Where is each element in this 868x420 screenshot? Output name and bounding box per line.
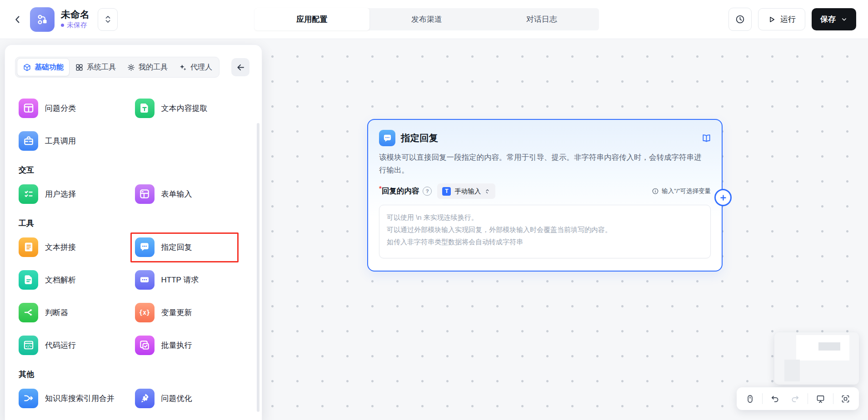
svg-text:{x}: {x}	[139, 309, 150, 316]
mouse-mode-button[interactable]	[743, 391, 757, 406]
fit-view-button[interactable]	[838, 391, 853, 406]
node-title: 指定回复	[401, 132, 696, 144]
undo-icon	[770, 394, 780, 404]
palette-grid: 知识库搜索引用合并问题优化	[19, 387, 249, 410]
palette-tab-my-tools[interactable]: 我的工具	[121, 59, 173, 76]
minimap[interactable]	[774, 332, 859, 385]
tab-label: 对话日志	[526, 14, 557, 25]
palette-item[interactable]: 文本拼接	[19, 236, 133, 258]
field-label: 回复的内容	[382, 186, 419, 196]
reply-icon	[135, 237, 155, 257]
top-bar: 未命名 未保存 应用配置 发布渠道 对话日志 运行 保存	[0, 0, 868, 39]
clock-icon	[735, 14, 745, 25]
palette-item-label: 变量更新	[161, 307, 192, 318]
back-button[interactable]	[12, 13, 24, 26]
palette-item[interactable]: HTTP 请求	[135, 268, 249, 291]
cube-icon	[23, 63, 31, 72]
node-reply-card[interactable]: 指定回复 该模块可以直接回复一段指定的内容。常用于引导、提示。非字符串内容传入时…	[367, 119, 723, 272]
toolbox-icon	[19, 131, 38, 151]
app-identity: 未命名 未保存	[12, 0, 118, 39]
gear-icon	[127, 63, 135, 72]
save-button[interactable]: 保存	[812, 8, 856, 30]
app-title: 未命名	[61, 9, 90, 20]
palette-tab-system-tools[interactable]: 系统工具	[70, 59, 121, 76]
presentation-button[interactable]	[813, 391, 828, 406]
palette-tab-label: 我的工具	[139, 63, 168, 72]
palette-item-label: 批量执行	[161, 340, 192, 351]
palette-item[interactable]: 指定回复	[135, 236, 249, 258]
palette-item-label: 问题优化	[161, 393, 192, 404]
palette-item[interactable]: 知识库搜索引用合并	[19, 387, 133, 410]
up-down-chevrons-icon	[484, 188, 490, 195]
chat-icon	[379, 130, 395, 146]
toolbar-divider	[808, 393, 808, 404]
run-label: 运行	[780, 14, 796, 25]
mouse-icon	[745, 394, 755, 404]
palette-item-label: 表单输入	[161, 189, 192, 199]
palette-item[interactable]: 文档解析	[19, 268, 133, 291]
history-button[interactable]	[728, 8, 752, 31]
node-description: 该模块可以直接回复一段指定的内容。常用于引导、提示。非字符串内容传入时，会转成字…	[379, 151, 705, 176]
version-selector-button[interactable]	[98, 8, 118, 31]
undo-button[interactable]	[768, 391, 783, 406]
kb-merge-icon	[19, 389, 38, 408]
chevron-left-icon	[13, 15, 23, 25]
tab-publish-channels[interactable]: 发布渠道	[369, 8, 484, 30]
scrollbar[interactable]	[257, 123, 259, 412]
input-mode-label: 手动输入	[454, 187, 481, 196]
palette-item[interactable]: 问题分类	[19, 97, 133, 119]
text-extract-icon	[135, 99, 155, 118]
minimap-panel-rect	[784, 360, 800, 381]
book-icon[interactable]	[701, 133, 712, 143]
palette-tab-label: 系统工具	[87, 63, 116, 72]
arrow-left-icon	[236, 63, 245, 72]
question-circle-icon[interactable]: ?	[423, 187, 432, 196]
chevron-down-icon	[841, 16, 848, 23]
toolbar-divider	[762, 393, 763, 404]
plus-circle-icon[interactable]	[714, 189, 732, 206]
user-select-icon	[19, 184, 38, 204]
http-icon	[135, 270, 155, 290]
tab-label: 应用配置	[296, 14, 327, 25]
palette-item[interactable]: 文本内容提取	[135, 97, 249, 119]
app-logo	[30, 7, 55, 32]
palette-item-label: 文档解析	[45, 275, 76, 285]
doc-parse-icon	[19, 270, 38, 290]
palette-item-label: 文本拼接	[45, 242, 76, 252]
palette-item[interactable]: 工具调用	[19, 129, 133, 152]
palette-tab-basic[interactable]: 基础功能	[17, 58, 70, 76]
collapse-panel-button[interactable]	[231, 58, 249, 76]
workflow-logo-icon	[35, 13, 49, 26]
palette-item[interactable]: 判断器	[19, 301, 133, 324]
palette-item[interactable]: 表单输入	[135, 183, 249, 205]
palette-item[interactable]: 用户选择	[19, 183, 133, 205]
tab-label: 发布渠道	[411, 14, 442, 25]
status-text: 未保存	[67, 21, 87, 30]
palette-tab-agents[interactable]: 代理人	[173, 59, 218, 76]
input-mode-select[interactable]: T 手动输入	[437, 183, 495, 199]
palette-grid: 问题分类文本内容提取工具调用	[19, 97, 249, 152]
palette-item[interactable]: 问题优化	[135, 387, 249, 410]
run-button[interactable]: 运行	[758, 8, 805, 30]
tab-chat-logs[interactable]: 对话日志	[484, 8, 599, 30]
header-actions: 运行 保存	[728, 8, 856, 30]
palette-item[interactable]: </>代码运行	[19, 334, 133, 356]
palette-tab-label: 代理人	[190, 63, 212, 72]
form-input-icon	[135, 184, 155, 204]
palette-item-label: 指定回复	[161, 242, 192, 252]
palette-item[interactable]: 批量执行	[135, 334, 249, 356]
minimap-node-rect	[818, 342, 840, 351]
reply-content-textarea[interactable]	[379, 205, 711, 258]
palette-item-label: 问题分类	[45, 103, 76, 114]
classify-icon	[19, 99, 38, 118]
redo-button[interactable]	[788, 391, 802, 406]
palette-section-label: 交互	[19, 165, 249, 175]
toolbar-divider	[833, 393, 833, 404]
node-header: 指定回复	[368, 120, 722, 146]
sparkles-icon	[179, 63, 187, 72]
palette-item[interactable]: {x}变量更新	[135, 301, 249, 324]
tab-app-config[interactable]: 应用配置	[254, 8, 369, 30]
condition-icon	[19, 303, 38, 322]
presentation-icon	[816, 394, 825, 404]
chevron-up-icon	[105, 15, 111, 19]
